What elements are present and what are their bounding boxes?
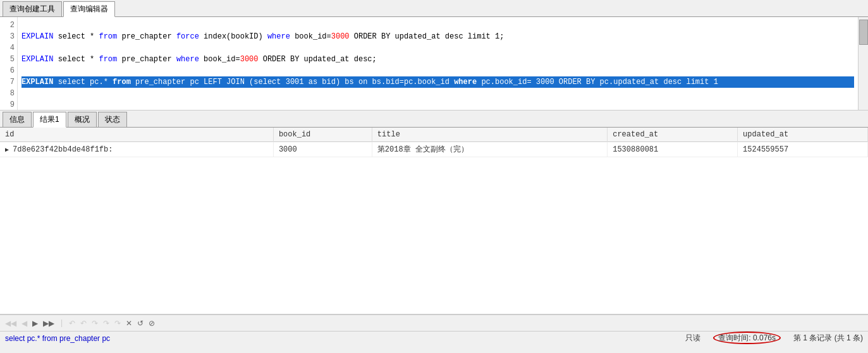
cell-updated-at: 1524559557 bbox=[738, 142, 868, 157]
result-tabs: 信息 结果1 概况 状态 bbox=[0, 111, 868, 128]
tab-overview[interactable]: 概况 bbox=[68, 112, 97, 127]
code-line-4 bbox=[21, 42, 854, 54]
cell-id: ▶ 7d8e623f42bb4de48f1fb: bbox=[0, 142, 273, 157]
code-line-8 bbox=[21, 88, 854, 99]
col-book-id: book_id bbox=[273, 128, 372, 142]
table-header-row: id book_id title created_at updated_at bbox=[0, 128, 868, 142]
result-table: id book_id title created_at updated_at ▶… bbox=[0, 128, 868, 157]
refresh-btn[interactable]: ↺ bbox=[136, 319, 145, 328]
cell-book-id: 3000 bbox=[273, 142, 372, 157]
tab-result1[interactable]: 结果1 bbox=[33, 112, 66, 128]
col-title: title bbox=[372, 128, 607, 142]
line-numbers: 2 3 4 5 6 7 8 9 bbox=[0, 17, 18, 110]
code-line-5: EXPLAIN select * from pre_chapter where … bbox=[21, 54, 854, 65]
first-btn[interactable]: ◀◀ bbox=[4, 319, 18, 328]
status-records-count: 第 1 条记录 (共 1 条) bbox=[793, 333, 863, 344]
redo-btn1[interactable]: ↷ bbox=[90, 319, 99, 328]
table-row[interactable]: ▶ 7d8e623f42bb4de48f1fb: 3000 第2018章 全文副… bbox=[0, 142, 868, 157]
code-line-2 bbox=[21, 20, 854, 31]
col-updated-at: updated_at bbox=[738, 128, 868, 142]
last-btn[interactable]: ▶▶ bbox=[42, 319, 56, 328]
code-line-3: EXPLAIN select * from pre_chapter force … bbox=[21, 31, 854, 42]
cell-id-value: 7d8e623f42bb4de48f1fb: bbox=[13, 145, 113, 154]
scrollbar-thumb[interactable] bbox=[859, 20, 868, 45]
code-line-7: EXPLAIN select pc.* from pre_chapter pc … bbox=[21, 76, 854, 88]
undo-btn1[interactable]: ↶ bbox=[68, 319, 76, 328]
status-bar: select pc.* from pre_chapter pc 只读 查询时间:… bbox=[0, 331, 868, 345]
code-editor[interactable]: EXPLAIN select * from pre_chapter force … bbox=[18, 17, 858, 110]
tab-query-builder[interactable]: 查询创建工具 bbox=[3, 1, 62, 16]
stop-btn[interactable]: ⊘ bbox=[147, 319, 156, 328]
status-sql-text: select pc.* from pre_chapter pc bbox=[5, 334, 110, 343]
col-id: id bbox=[0, 128, 273, 142]
code-line-6 bbox=[21, 65, 854, 76]
prev-btn[interactable]: ◀ bbox=[20, 319, 28, 328]
redo-btn3[interactable]: ↷ bbox=[113, 319, 122, 328]
redo-btn2[interactable]: ↷ bbox=[102, 319, 111, 328]
cancel-btn[interactable]: ✕ bbox=[125, 319, 133, 328]
next-btn[interactable]: ▶ bbox=[31, 319, 39, 328]
result-table-area: id book_id title created_at updated_at ▶… bbox=[0, 128, 868, 314]
col-created-at: created_at bbox=[608, 128, 738, 142]
cell-created-at: 1530880081 bbox=[608, 142, 738, 157]
tab-status[interactable]: 状态 bbox=[98, 112, 127, 127]
top-tabs: 查询创建工具 查询编辑器 bbox=[0, 0, 868, 17]
tab-query-editor[interactable]: 查询编辑器 bbox=[63, 1, 115, 17]
undo-btn2[interactable]: ↶ bbox=[79, 319, 88, 328]
status-right-area: 只读 查询时间: 0.076s 第 1 条记录 (共 1 条) bbox=[685, 333, 863, 344]
code-line-9 bbox=[21, 99, 854, 110]
query-time-value: 查询时间: 0.076s bbox=[713, 332, 781, 344]
status-readonly: 只读 bbox=[685, 333, 700, 344]
status-query-time: 查询时间: 0.076s bbox=[713, 333, 781, 344]
editor-area: 2 3 4 5 6 7 8 9 EXPLAIN select * from pr… bbox=[0, 17, 868, 111]
row-expand-icon[interactable]: ▶ bbox=[5, 147, 13, 153]
main-container: 查询创建工具 查询编辑器 2 3 4 5 6 7 8 9 EXPLAIN sel… bbox=[0, 0, 868, 345]
editor-scrollbar[interactable] bbox=[858, 17, 868, 110]
tab-info[interactable]: 信息 bbox=[3, 112, 32, 127]
bottom-toolbar: ◀◀ ◀ ▶ ▶▶ | ↶ ↶ ↷ ↷ ↷ ✕ ↺ ⊘ bbox=[0, 314, 868, 331]
cell-title: 第2018章 全文副终（完） bbox=[372, 142, 607, 157]
sep1: | bbox=[59, 319, 64, 328]
